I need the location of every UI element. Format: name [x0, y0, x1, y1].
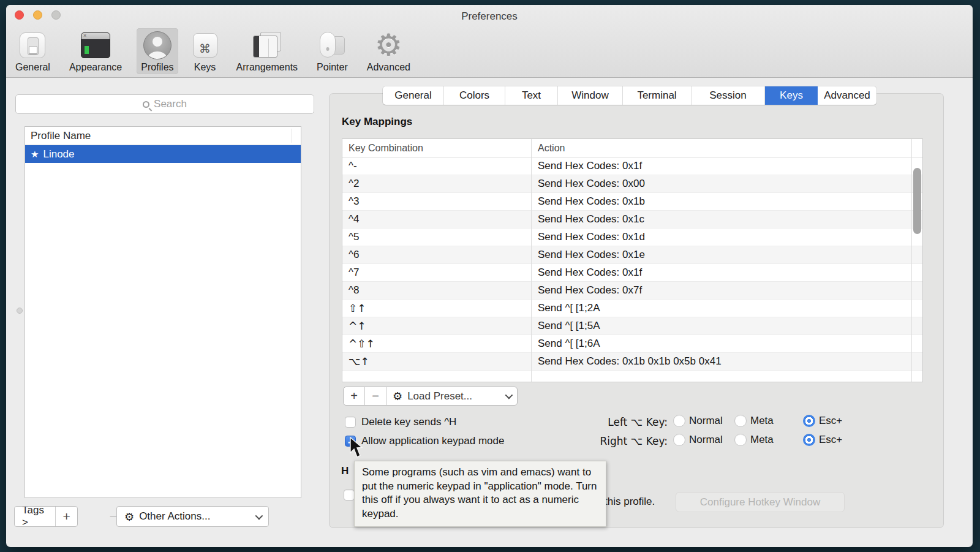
arrangements-icon [252, 32, 282, 59]
table-row[interactable]: ^5Send Hex Codes: 0x1d [342, 229, 922, 246]
right-option-meta-radio[interactable]: Meta [734, 434, 774, 446]
toolbar-item-advanced[interactable]: ⚙ Advanced [363, 28, 415, 74]
right-option-normal-radio[interactable]: Normal [673, 434, 723, 446]
tab-window[interactable]: Window [558, 86, 623, 105]
load-preset-dropdown[interactable]: ⚙ Load Preset... [386, 387, 517, 405]
preferences-toolbar: General Appearance Profiles ⌘ Keys Arran… [11, 28, 415, 76]
advanced-gear-icon: ⚙ [375, 31, 402, 60]
configure-hotkey-window-button: Configure Hotkey Window [676, 492, 845, 512]
profile-search-field[interactable]: Search [15, 94, 314, 114]
tab-keys[interactable]: Keys [765, 86, 818, 105]
window-title: Preferences [6, 10, 973, 23]
key-mappings-table: Key Combination Action ^-Send Hex Codes:… [342, 138, 923, 382]
tab-advanced[interactable]: Advanced [818, 86, 876, 105]
appearance-icon [81, 32, 110, 58]
table-row[interactable]: ^3Send Hex Codes: 0x1b [342, 193, 922, 211]
left-option-meta-radio[interactable]: Meta [734, 415, 774, 427]
toolbar-item-arrangements[interactable]: Arrangements [232, 28, 303, 74]
tags-button[interactable]: Tags > [15, 507, 55, 526]
toolbar-item-pointer[interactable]: Pointer [312, 28, 352, 74]
titlebar[interactable]: Preferences [6, 5, 973, 27]
keys-icon: ⌘ [193, 33, 217, 58]
tab-colors[interactable]: Colors [444, 86, 505, 105]
table-row[interactable]: ^2Send Hex Codes: 0x00 [342, 175, 922, 193]
hotkey-text-fragment: this profile. [605, 496, 655, 508]
table-row-partial [342, 371, 922, 382]
window-header: Preferences General Appearance Profiles … [6, 5, 973, 78]
splitter-handle-dot[interactable] [17, 308, 23, 314]
delete-key-sends-option[interactable]: Delete key sends ^H [345, 417, 456, 428]
profile-list: Profile Name ★ Linode [24, 126, 301, 498]
toolbar-item-appearance[interactable]: Appearance [65, 28, 126, 74]
key-mappings-heading: Key Mappings [342, 116, 412, 128]
chevron-down-icon [255, 512, 263, 520]
profile-row-linode[interactable]: ★ Linode [25, 145, 301, 163]
hotkey-checkbox-partial[interactable] [344, 490, 355, 501]
mouse-cursor-icon [349, 437, 365, 459]
table-row[interactable]: ^8Send Hex Codes: 0x7f [342, 282, 922, 300]
table-header[interactable]: Key Combination Action [342, 139, 922, 157]
default-profile-star-icon: ★ [31, 149, 39, 160]
search-icon [143, 101, 149, 108]
right-option-esc-radio[interactable]: Esc+ [803, 434, 842, 446]
keypad-mode-tooltip: Some programs (such as vim and emacs) wa… [354, 461, 606, 527]
tab-session[interactable]: Session [692, 86, 765, 105]
preferences-window: Preferences General Appearance Profiles … [6, 5, 973, 547]
table-scrollbar-thumb[interactable] [913, 168, 921, 234]
left-option-esc-radio[interactable]: Esc+ [803, 415, 842, 427]
table-row[interactable]: ^↑Send ^[ [1;5A [342, 317, 922, 335]
toolbar-item-keys[interactable]: ⌘ Keys [189, 28, 222, 74]
gear-icon: ⚙ [124, 510, 134, 523]
toolbar-item-general[interactable]: General [11, 28, 55, 74]
key-mapping-controls: + − ⚙ Load Preset... [343, 387, 518, 406]
left-option-normal-radio[interactable]: Normal [673, 415, 723, 427]
table-row[interactable]: ^6Send Hex Codes: 0x1e [342, 246, 922, 264]
profile-name: Linode [43, 148, 74, 161]
table-row[interactable]: ⌥↑Send Hex Codes: 0x1b 0x1b 0x5b 0x41 [342, 353, 922, 371]
tab-general[interactable]: General [383, 86, 444, 105]
chevron-down-icon [505, 391, 513, 399]
profiles-icon [143, 31, 172, 59]
checkbox-unchecked[interactable] [345, 417, 356, 428]
pointer-icon [317, 32, 347, 59]
table-row[interactable]: ⇧↑Send ^[ [1;2A [342, 300, 922, 317]
column-divider [531, 139, 532, 382]
add-profile-button[interactable]: + [55, 507, 77, 526]
tab-terminal[interactable]: Terminal [623, 86, 692, 105]
hotkey-heading-fragment: H [341, 465, 349, 477]
toolbar-item-profiles[interactable]: Profiles [137, 28, 178, 74]
add-key-mapping-button[interactable]: + [344, 387, 365, 405]
search-placeholder: Search [154, 98, 187, 110]
profile-tabbar: General Colors Text Window Terminal Sess… [383, 86, 876, 105]
gear-icon: ⚙ [393, 390, 402, 403]
application-keypad-option[interactable]: ✓ Allow application keypad mode [345, 436, 504, 447]
table-row[interactable]: ^-Send Hex Codes: 0x1f [342, 157, 922, 175]
other-actions-dropdown[interactable]: ⚙ Other Actions... [116, 506, 269, 527]
tab-text[interactable]: Text [505, 86, 558, 105]
remove-key-mapping-button[interactable]: − [365, 387, 386, 405]
general-icon [20, 32, 45, 58]
table-row[interactable]: ^⇧↑Send ^[ [1;6A [342, 335, 922, 353]
profile-list-column-header[interactable]: Profile Name [25, 127, 301, 145]
scrollbar-track-divider [911, 139, 912, 382]
table-row[interactable]: ^4Send Hex Codes: 0x1c [342, 211, 922, 229]
table-row[interactable]: ^7Send Hex Codes: 0x1f [342, 264, 922, 282]
